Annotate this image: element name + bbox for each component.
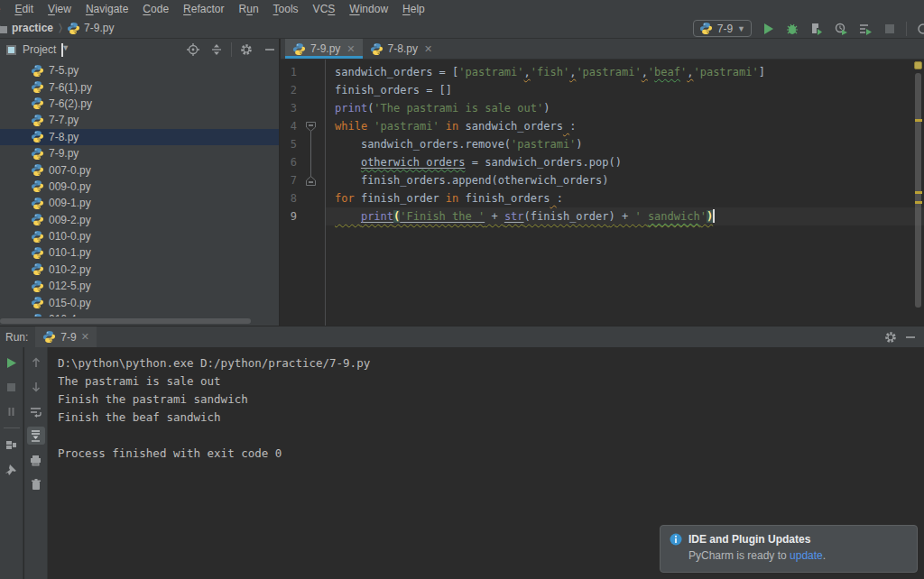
code-line[interactable]: print('Finish the ' + str(finish_order) … xyxy=(335,207,911,225)
file-row[interactable]: 009-1.py xyxy=(0,195,279,211)
menu-item-navigate[interactable]: Navigate xyxy=(79,1,135,17)
code-line[interactable]: print('The pastrami is sale out') xyxy=(335,99,911,117)
file-row[interactable]: 7-7.py xyxy=(0,112,279,128)
file-row[interactable]: 010-0.py xyxy=(0,228,279,244)
menu-item-tools[interactable]: Tools xyxy=(266,1,306,17)
close-icon[interactable]: ✕ xyxy=(424,43,432,55)
code-line[interactable]: finish_orders.append(otherwich_orders) xyxy=(335,171,911,189)
hide-panel-icon[interactable] xyxy=(261,41,279,59)
warning-stripe-mark[interactable] xyxy=(915,201,922,204)
pause-button[interactable] xyxy=(3,402,21,420)
locate-file-icon[interactable] xyxy=(184,41,202,59)
chevron-down-icon[interactable]: ▼ xyxy=(61,43,63,57)
line-number: 4 xyxy=(281,117,297,135)
menu-item-refactor[interactable]: Refactor xyxy=(176,1,231,17)
editor-tab[interactable]: 7-8.py✕ xyxy=(363,39,440,59)
clipped-toolbar-icon[interactable] xyxy=(915,21,924,37)
project-tool-window: Project ▼ xyxy=(0,39,280,326)
down-stacktrace-icon[interactable] xyxy=(27,378,45,396)
gear-icon[interactable] xyxy=(237,41,255,59)
project-tool-icon xyxy=(5,44,17,56)
file-row[interactable]: 7-6(2).py xyxy=(0,96,279,112)
print-icon[interactable] xyxy=(27,451,45,469)
menu-bar: FileEditViewNavigateCodeRefactorRunTools… xyxy=(0,0,924,18)
console-line: Finish the pastrami sandwich xyxy=(58,391,915,409)
stop-button[interactable] xyxy=(882,21,898,37)
file-row[interactable]: 012-5.py xyxy=(0,278,279,294)
editor-tab[interactable]: 7-9.py✕ xyxy=(285,39,363,59)
file-row[interactable]: 007-0.py xyxy=(0,161,279,178)
scroll-to-end-icon[interactable] xyxy=(27,427,45,445)
close-icon[interactable]: ✕ xyxy=(346,43,355,55)
python-file-icon xyxy=(31,296,44,309)
menu-item-code[interactable]: Code xyxy=(135,1,176,17)
close-icon[interactable]: ✕ xyxy=(81,331,89,343)
hide-panel-icon[interactable] xyxy=(901,327,920,347)
run-configuration-select[interactable]: 7-9 ▼ xyxy=(693,20,752,37)
profiler-button[interactable] xyxy=(833,21,849,37)
fold-guide-line xyxy=(310,132,311,177)
breadcrumb-project[interactable]: practice xyxy=(8,22,57,34)
run-with-coverage-button[interactable] xyxy=(808,21,825,37)
toolbar-divider xyxy=(231,42,232,57)
code-line[interactable]: while 'pastrami' in sandwich_orders : xyxy=(335,117,911,135)
pycharm-window: FileEditViewNavigateCodeRefactorRunTools… xyxy=(0,0,924,579)
warning-stripe-mark[interactable] xyxy=(915,119,922,122)
code-text[interactable]: sandwich_orders = ['pastrami','fish','pa… xyxy=(335,63,911,225)
gear-icon[interactable] xyxy=(881,327,901,347)
run-button[interactable] xyxy=(760,21,776,37)
update-link[interactable]: update xyxy=(790,549,823,562)
fold-end-icon[interactable] xyxy=(305,175,317,187)
file-tree: 7-5.py 7-6(1).py 7-6(2).py 7-7.py 7-8.py… xyxy=(0,62,279,317)
soft-wrap-icon[interactable] xyxy=(27,402,45,420)
vertical-scrollbar[interactable] xyxy=(915,73,921,308)
code-line[interactable]: sandwich_orders.remove('pastrami') xyxy=(335,135,911,153)
code-line[interactable]: for finish_order in finish_orders : xyxy=(335,189,911,207)
code-line[interactable]: otherwich_orders = sandwich_orders.pop() xyxy=(335,153,911,171)
up-stacktrace-icon[interactable] xyxy=(27,354,45,372)
file-row[interactable]: 7-5.py xyxy=(0,62,279,78)
clear-console-icon[interactable] xyxy=(27,475,45,493)
file-row[interactable]: 7-6(1).py xyxy=(0,78,279,95)
breadcrumb-file[interactable]: 7-9.py xyxy=(64,22,116,35)
inspection-status-indicator[interactable] xyxy=(914,61,922,69)
python-file-icon xyxy=(31,114,44,127)
code-line[interactable]: finish_orders = [] xyxy=(335,81,911,99)
chevron-down-icon: ▼ xyxy=(737,24,745,33)
stop-button[interactable] xyxy=(3,378,21,396)
project-panel-title[interactable]: Project xyxy=(23,43,56,56)
file-row[interactable]: 015-0.py xyxy=(0,294,279,310)
file-row[interactable]: 009-0.py xyxy=(0,179,279,195)
run-concurrency-button[interactable] xyxy=(857,21,873,37)
debug-button[interactable] xyxy=(784,21,800,37)
menu-item-vcs[interactable]: VCS xyxy=(306,1,343,17)
menu-item-file[interactable]: File xyxy=(0,1,7,17)
run-tab[interactable]: 7-9 ✕ xyxy=(35,326,97,347)
rerun-button[interactable] xyxy=(3,354,21,372)
run-toolbar: 7-9 ▼ xyxy=(693,18,924,39)
python-file-icon xyxy=(31,64,44,78)
menu-item-help[interactable]: Help xyxy=(395,1,432,17)
file-row[interactable]: 009-2.py xyxy=(0,212,279,228)
menu-item-run[interactable]: Run xyxy=(232,1,266,17)
toolbar-divider xyxy=(4,427,20,428)
collapse-all-icon[interactable] xyxy=(208,41,226,59)
file-row[interactable]: 7-9.py xyxy=(0,145,279,161)
fold-start-icon[interactable] xyxy=(305,121,317,133)
toolbar-divider xyxy=(906,22,907,36)
menu-item-view[interactable]: View xyxy=(41,1,79,17)
file-row[interactable]: 016-4.py xyxy=(0,311,279,317)
code-editor[interactable]: 123456789 sandwich_orders = ['pastrami',… xyxy=(281,60,924,326)
notification-balloon[interactable]: IDE and Plugin Updates PyCharm is ready … xyxy=(660,525,918,573)
horizontal-scrollbar[interactable] xyxy=(0,318,251,324)
warning-stripe-mark[interactable] xyxy=(915,191,922,194)
pin-icon[interactable] xyxy=(3,460,21,478)
text-caret xyxy=(713,209,715,223)
file-row[interactable]: 010-1.py xyxy=(0,244,279,261)
restore-layout-icon[interactable] xyxy=(3,436,21,454)
code-line[interactable]: sandwich_orders = ['pastrami','fish','pa… xyxy=(335,63,911,81)
menu-item-edit[interactable]: Edit xyxy=(7,1,41,17)
menu-item-window[interactable]: Window xyxy=(342,1,395,17)
file-row[interactable]: 7-8.py xyxy=(0,129,279,145)
file-row[interactable]: 010-2.py xyxy=(0,262,279,278)
